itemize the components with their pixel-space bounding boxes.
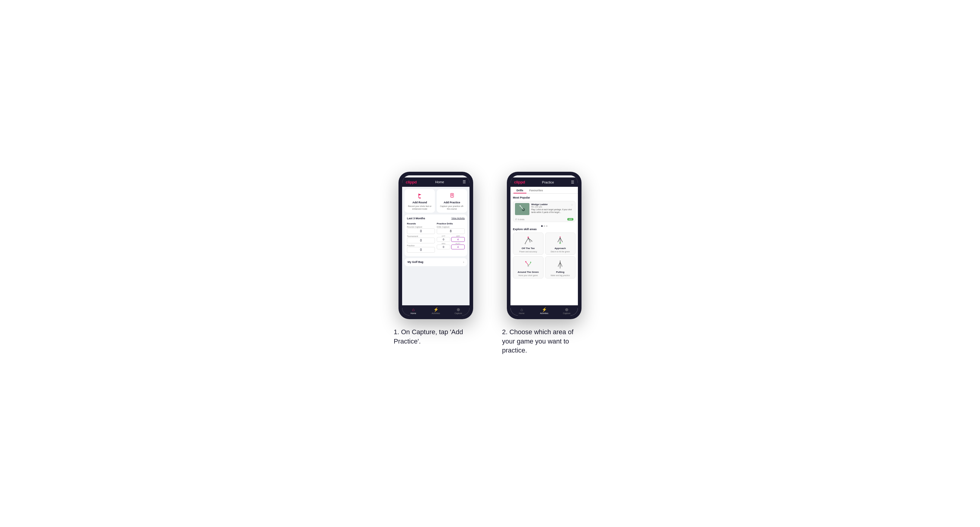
stats-grid: Rounds Rounds Capture 0 Tournament 0 Pra… (407, 222, 465, 254)
nav-home-2[interactable]: ⌂ Home (511, 307, 533, 314)
activities-nav-label-2: Activities (540, 312, 548, 314)
rounds-capture-value: 0 (407, 228, 435, 234)
ott-icon-area (522, 235, 535, 246)
svg-line-26 (558, 262, 560, 266)
add-practice-desc: Capture your practice off-the-course (439, 205, 465, 210)
ott-svg (522, 235, 534, 246)
practice-value: 0 (407, 247, 435, 253)
golf-thumbnail-svg (515, 203, 530, 215)
home-nav-label-1: Home (410, 312, 416, 314)
clippd-logo-2: clippd (514, 180, 525, 184)
svg-point-24 (528, 265, 529, 267)
atg-name: Around The Green (518, 271, 539, 273)
phone-2-frame: clippd Practice ☰ Drills Favourites (507, 172, 582, 319)
drills-sub-stats-2: ARG 0 PUTT 4 (437, 243, 465, 249)
atg-icon-area (522, 259, 535, 270)
svg-point-16 (531, 241, 532, 242)
shots-count: ⏱ 9 shots (515, 218, 525, 221)
nav-activities-2[interactable]: ⚡ Activities (533, 307, 555, 314)
golf-bag-row[interactable]: My Golf Bag › (404, 258, 467, 266)
skill-card-approach[interactable]: Approach Dial-in to hit the green (545, 233, 576, 255)
carousel-dots (513, 224, 576, 228)
skill-card-atg[interactable]: Around The Green Hone your short game (513, 256, 544, 279)
capture-nav-icon-2: ⊕ (565, 307, 568, 312)
activities-nav-icon-1: ⚡ (433, 307, 439, 312)
dot-3 (546, 225, 547, 227)
status-bar-1 (402, 175, 469, 178)
svg-point-4 (451, 194, 453, 195)
svg-line-20 (560, 238, 563, 242)
tab-drills[interactable]: Drills (514, 187, 527, 194)
practice-screen: Drills Favourites Most Popular (511, 187, 578, 316)
add-practice-card[interactable]: Add Practice Capture your practice off-t… (437, 189, 467, 213)
status-bar-2 (511, 175, 578, 178)
phone-1-frame: clippd Home ☰ (398, 172, 473, 319)
activities-nav-icon-2: ⚡ (542, 307, 547, 312)
practice-svg (449, 192, 455, 199)
ott-name: Off The Tee (522, 247, 535, 250)
tab-favourites[interactable]: Favourites (527, 187, 546, 194)
skill-card-ott[interactable]: Off The Tee Power and accuracy (513, 233, 544, 255)
ott-value: 0 (437, 237, 450, 242)
svg-point-9 (520, 205, 521, 206)
app-value: 4 (451, 237, 465, 242)
drill-name: Wedge Ladder (531, 203, 548, 206)
flag-svg (417, 192, 423, 199)
svg-line-18 (558, 238, 560, 242)
add-practice-title: Add Practice (444, 201, 460, 204)
phone-1-section: clippd Home ☰ (394, 172, 478, 346)
approach-svg (554, 235, 566, 246)
phone-2-screen: clippd Practice ☰ Drills Favourites (511, 175, 578, 316)
app-header-1: clippd Home ☰ (402, 178, 469, 187)
svg-point-23 (530, 262, 531, 263)
most-popular-title: Most Popular (513, 196, 576, 199)
menu-icon-1[interactable]: ☰ (463, 180, 466, 184)
caption-1: 1. On Capture, tap 'Add Practice'. (394, 328, 478, 346)
add-round-desc: Record your shots fast or enhanced mode (406, 205, 433, 210)
dot-1 (541, 225, 542, 227)
phone-1-screen: clippd Home ☰ (402, 175, 469, 316)
stats-period-label: Last 3 Months (407, 217, 425, 220)
clippd-logo-1: clippd (406, 180, 417, 184)
svg-point-10 (527, 237, 529, 238)
svg-point-15 (530, 241, 530, 243)
approach-desc: Dial-in to hit the green (550, 251, 570, 253)
home-nav-icon-1: ⌂ (412, 307, 414, 312)
app-label: APP (451, 235, 465, 237)
drill-info: Wedge Ladder 50–100 yds ☆ Play 1 shot at… (531, 203, 573, 214)
featured-drill-card[interactable]: Wedge Ladder 50–100 yds ☆ Play 1 shot at… (513, 201, 576, 222)
ott-stat: OTT 0 (437, 235, 450, 242)
explore-title: Explore skill areas (513, 228, 576, 231)
stats-header: Last 3 Months View Activity (407, 217, 465, 220)
activities-nav-label-1: Activities (432, 312, 440, 314)
drills-sub-stats-1: OTT 0 APP 4 (437, 235, 465, 242)
nav-capture-2[interactable]: ⊕ Capture (555, 307, 578, 314)
dot-2 (544, 225, 545, 227)
svg-point-22 (525, 261, 527, 262)
putt-value: 4 (451, 244, 465, 249)
putting-svg (554, 259, 566, 270)
arg-stat: ARG 0 (437, 243, 450, 249)
putting-name: Putting (556, 271, 564, 273)
ott-label: OTT (437, 235, 450, 237)
clock-icon: ⏱ (515, 218, 517, 221)
capture-nav-label-1: Capture (455, 312, 462, 314)
skill-card-putting[interactable]: Putting Make and lag practice (545, 256, 576, 279)
svg-line-27 (560, 262, 562, 266)
rounds-column: Rounds Rounds Capture 0 Tournament 0 Pra… (407, 222, 435, 254)
view-activity-link[interactable]: View Activity (452, 217, 465, 220)
caption-2: 2. Choose which area of your game you wa… (502, 328, 586, 355)
add-round-card[interactable]: Add Round Record your shots fast or enha… (404, 189, 435, 213)
nav-capture-1[interactable]: ⊕ Capture (447, 307, 469, 314)
arg-label: ARG (437, 243, 450, 244)
bottom-nav-1: ⌂ Home ⚡ Activities ⊕ Capture (402, 305, 469, 316)
nav-home-1[interactable]: ⌂ Home (402, 307, 425, 314)
drill-card-footer: ⏱ 9 shots APP (513, 217, 575, 222)
putt-stat: PUTT 4 (451, 243, 465, 249)
practice-label: Practice (407, 244, 435, 247)
stats-section: Last 3 Months View Activity Rounds Round… (404, 214, 467, 256)
menu-icon-2[interactable]: ☰ (571, 180, 574, 184)
drills-col-title: Practice Drills (437, 222, 465, 225)
nav-activities-1[interactable]: ⚡ Activities (425, 307, 447, 314)
favourite-star-icon[interactable]: ☆ (571, 203, 573, 206)
